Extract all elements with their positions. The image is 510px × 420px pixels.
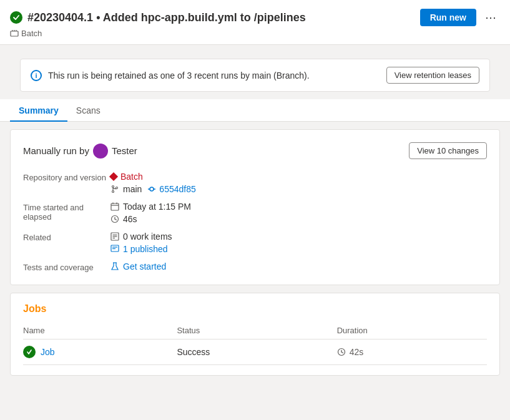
jobs-card: Jobs Name Status Duration <box>10 293 500 376</box>
tests-label: Tests and coverage <box>23 261 110 272</box>
branch-icon <box>110 185 119 193</box>
time-started: Today at 1:15 PM <box>123 202 191 212</box>
svg-point-5 <box>112 191 114 193</box>
manually-run-left: Manually run by Tester <box>23 144 137 159</box>
job-duration: 42s <box>350 347 364 357</box>
time-label: Time started and elapsed <box>23 202 110 224</box>
job-name[interactable]: Job <box>41 347 55 357</box>
duration-clock-icon <box>337 348 346 356</box>
svg-point-8 <box>150 187 154 191</box>
page-title: #20230404.1 • Added hpc-app.build.yml to… <box>27 11 306 24</box>
view-changes-button[interactable]: View 10 changes <box>409 142 487 159</box>
work-items-row: 0 work items <box>110 232 487 242</box>
jobs-header-row: Name Status Duration <box>23 322 487 339</box>
repo-name[interactable]: Batch <box>120 172 143 182</box>
top-bar: #20230404.1 • Added hpc-app.build.yml to… <box>0 0 510 45</box>
more-options-button[interactable]: ⋯ <box>481 9 500 26</box>
calendar-icon <box>110 202 119 211</box>
batch-text: Batch <box>21 29 42 38</box>
info-icon: i <box>31 70 42 81</box>
pipeline-status-icon <box>10 11 22 24</box>
run-new-button[interactable]: Run new <box>420 9 476 26</box>
table-row: Job Success <box>23 339 487 365</box>
published-link[interactable]: 1 published <box>123 244 168 254</box>
time-started-row: Today at 1:15 PM <box>110 202 487 212</box>
tabs-bar: Summary Scans <box>0 99 510 122</box>
related-label: Related <box>23 232 110 254</box>
job-status: Success <box>177 347 210 357</box>
related-value: 0 work items 1 published <box>110 232 487 254</box>
title-separator: • <box>96 11 100 24</box>
tests-value: Get started <box>110 261 487 272</box>
repo-name-row: Batch <box>110 172 487 182</box>
col-status: Status <box>177 322 336 339</box>
repo-diamond-icon <box>109 172 118 181</box>
duration-inner: 42s <box>337 347 482 357</box>
svg-line-28 <box>341 352 343 353</box>
get-started-row: Get started <box>110 261 487 271</box>
pipeline-name: Added hpc-app.build.yml to /pipelines <box>103 11 306 24</box>
job-name-inner: Job <box>23 346 172 358</box>
retention-left: i This run is being retained as one of 3… <box>31 70 310 81</box>
manually-run-label: Manually run by <box>23 145 89 156</box>
job-status-cell: Success <box>177 339 336 365</box>
tab-summary-label: Summary <box>19 105 59 115</box>
tab-summary[interactable]: Summary <box>10 99 67 122</box>
branch-row: main 6554df85 <box>110 184 487 194</box>
top-bar-row1: #20230404.1 • Added hpc-app.build.yml to… <box>10 9 500 26</box>
get-started-link[interactable]: Get started <box>123 261 166 271</box>
jobs-table-header: Name Status Duration <box>23 322 487 339</box>
batch-icon <box>10 29 19 38</box>
user-avatar <box>93 144 108 159</box>
retention-banner: i This run is being retained as one of 3… <box>20 59 490 92</box>
work-items: 0 work items <box>123 232 172 242</box>
tab-scans[interactable]: Scans <box>67 99 109 122</box>
svg-rect-0 <box>11 31 18 36</box>
user-name: Tester <box>112 145 137 156</box>
details-grid: Repository and version Batch <box>23 172 487 272</box>
jobs-table: Name Status Duration <box>23 322 487 365</box>
elapsed-row: 46s <box>110 214 487 224</box>
top-bar-left: #20230404.1 • Added hpc-app.build.yml to… <box>10 11 306 24</box>
more-options-icon: ⋯ <box>485 11 496 24</box>
retention-message: This run is being retained as one of 3 r… <box>48 71 310 81</box>
branch-name[interactable]: main <box>123 184 142 194</box>
jobs-table-body: Job Success <box>23 339 487 365</box>
job-duration-cell: 42s <box>337 339 487 365</box>
published-row: 1 published <box>110 244 487 254</box>
repo-label: Repository and version <box>23 172 110 194</box>
job-name-cell: Job <box>23 339 177 365</box>
time-value: Today at 1:15 PM 46s <box>110 202 487 224</box>
clock-icon <box>110 215 119 223</box>
summary-card: Manually run by Tester View 10 changes R… <box>10 129 500 285</box>
content-area: Manually run by Tester View 10 changes R… <box>0 122 510 383</box>
svg-line-17 <box>115 219 117 220</box>
retention-banner-wrapper: i This run is being retained as one of 3… <box>0 45 510 92</box>
flask-icon <box>110 262 119 271</box>
commit-hash[interactable]: 6554df85 <box>159 184 195 194</box>
job-success-icon <box>23 346 36 358</box>
col-duration: Duration <box>337 322 487 339</box>
jobs-title: Jobs <box>23 303 487 315</box>
repo-value: Batch main <box>110 172 487 194</box>
page-wrapper: #20230404.1 • Added hpc-app.build.yml to… <box>0 0 510 383</box>
batch-label: Batch <box>10 29 500 38</box>
elapsed-time: 46s <box>123 214 137 224</box>
top-bar-actions: Run new ⋯ <box>420 9 500 26</box>
manually-run-row: Manually run by Tester View 10 changes <box>23 142 487 159</box>
col-name: Name <box>23 322 177 339</box>
run-number: #20230404.1 <box>27 11 93 24</box>
commit-icon <box>148 185 155 193</box>
published-icon <box>110 245 119 253</box>
tab-scans-label: Scans <box>76 105 101 115</box>
svg-rect-11 <box>111 203 119 210</box>
svg-point-4 <box>112 186 114 188</box>
work-items-icon <box>110 232 119 241</box>
view-retention-button[interactable]: View retention leases <box>386 67 479 84</box>
